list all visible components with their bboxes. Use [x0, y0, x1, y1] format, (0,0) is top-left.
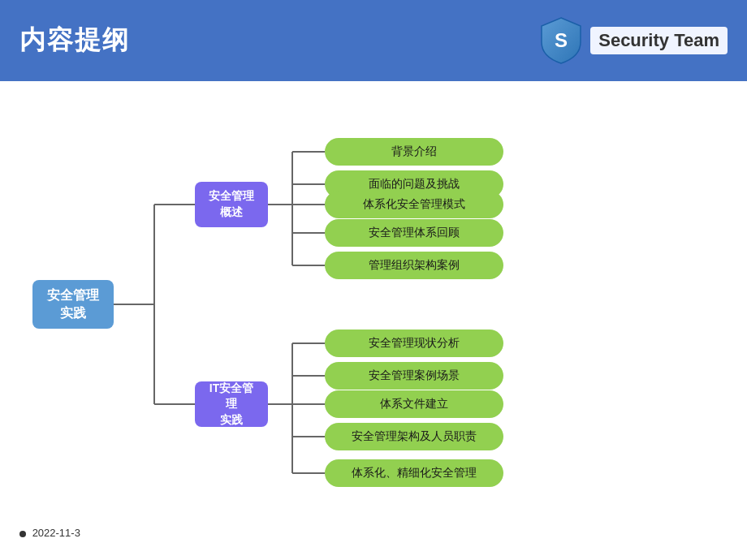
leaf-1-1: 背景介绍	[325, 138, 503, 166]
page-title: 内容提纲	[19, 23, 130, 58]
leaf-1-5: 管理组织架构案例	[325, 252, 503, 279]
logo-area: S Security Team	[540, 16, 728, 65]
svg-text:S: S	[555, 29, 568, 51]
brand-label: Security Team	[590, 27, 728, 54]
leaf-2-4: 安全管理架构及人员职责	[325, 423, 503, 450]
footer-date: 2022-11-3	[32, 527, 80, 539]
leaf-2-2: 安全管理案例场景	[325, 362, 503, 390]
leaf-2-3: 体系文件建立	[325, 390, 503, 418]
footer: 2022-11-3	[19, 527, 80, 539]
header: 内容提纲 S Security Team	[0, 0, 747, 81]
branch-node-2: IT安全管理实践	[195, 381, 268, 427]
leaf-2-1: 安全管理现状分析	[325, 330, 503, 357]
branch-node-1: 安全管理概述	[195, 182, 268, 227]
tree-nodes: 安全管理实践 安全管理概述 IT安全管理实践 背景介绍 面临的问题及挑战 体系化…	[32, 106, 617, 503]
shield-icon: S	[540, 16, 582, 65]
main-content: 安全管理实践 安全管理概述 IT安全管理实践 背景介绍 面临的问题及挑战 体系化…	[0, 81, 747, 552]
leaf-1-3: 体系化安全管理模式	[325, 191, 503, 218]
root-node: 安全管理实践	[32, 280, 114, 329]
leaf-1-4: 安全管理体系回顾	[325, 219, 503, 247]
leaf-2-5: 体系化、精细化安全管理	[325, 459, 503, 487]
footer-dot	[19, 531, 26, 537]
